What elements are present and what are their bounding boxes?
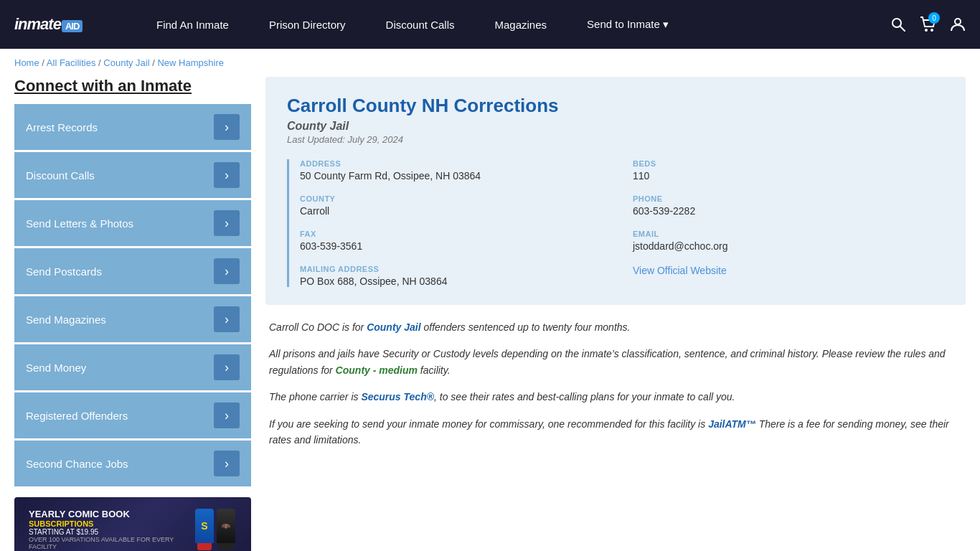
sidebar-item-discount-calls[interactable]: Discount Calls › <box>14 152 251 198</box>
arrow-icon: › <box>214 114 240 140</box>
sidebar-item-label: Send Postcards <box>26 265 102 278</box>
svg-point-2 <box>925 29 928 32</box>
logo[interactable]: inmateAID <box>14 15 115 34</box>
arrow-icon: › <box>214 354 240 380</box>
email-block: EMAIL jstoddard@cchoc.org <box>633 230 944 252</box>
desc-para-2: All prisons and jails have Security or C… <box>269 346 962 378</box>
svg-point-0 <box>892 19 901 27</box>
sidebar-item-registered-offenders[interactable]: Registered Offenders › <box>14 392 251 438</box>
nav-find-inmate[interactable]: Find An Inmate <box>136 0 249 49</box>
facility-info-divider: ADDRESS 50 County Farm Rd, Ossipee, NH 0… <box>287 159 944 287</box>
cart-badge: 0 <box>928 12 940 24</box>
header-icons: 0 <box>891 17 966 32</box>
ad-title-line1: YEARLY COMIC BOOK <box>29 509 179 520</box>
sidebar-item-label: Registered Offenders <box>26 410 128 422</box>
ad-text: YEARLY COMIC BOOK SUBSCRIPTIONS STARTING… <box>22 505 187 551</box>
sidebar-item-send-letters[interactable]: Send Letters & Photos › <box>14 200 251 246</box>
arrow-icon: › <box>214 402 240 428</box>
arrow-icon: › <box>214 210 240 236</box>
main-nav: Find An Inmate Prison Directory Discount… <box>136 0 891 49</box>
desc-para-3: The phone carrier is Securus Tech®, to s… <box>269 389 962 405</box>
sidebar-item-label: Send Money <box>26 362 86 374</box>
breadcrumb-home[interactable]: Home <box>14 57 39 68</box>
mailing-block: MAILING ADDRESS PO Box 688, Ossipee, NH … <box>300 265 611 287</box>
sidebar-item-label: Send Letters & Photos <box>26 217 133 230</box>
address-label: ADDRESS <box>300 159 611 168</box>
facility-type: County Jail <box>287 120 944 133</box>
ad-price: STARTING AT $19.95 <box>29 528 179 536</box>
sidebar-item-arrest-records[interactable]: Arrest Records › <box>14 104 251 150</box>
facility-card: Carroll County NH Corrections County Jai… <box>265 77 966 305</box>
sidebar-item-second-chance-jobs[interactable]: Second Chance Jobs › <box>14 441 251 486</box>
mailing-label: MAILING ADDRESS <box>300 265 611 273</box>
county-medium-link[interactable]: County - medium <box>336 364 418 376</box>
email-value: jstoddard@cchoc.org <box>633 240 944 252</box>
svg-line-1 <box>900 27 905 31</box>
sidebar-menu: Arrest Records › Discount Calls › Send L… <box>14 104 251 486</box>
sidebar-item-send-postcards[interactable]: Send Postcards › <box>14 248 251 294</box>
arrow-icon: › <box>214 258 240 284</box>
main-layout: Connect with an Inmate Arrest Records › … <box>0 77 980 551</box>
facility-info-grid: ADDRESS 50 County Farm Rd, Ossipee, NH 0… <box>300 159 944 287</box>
beds-label: BEDS <box>633 159 944 168</box>
svg-point-3 <box>930 29 933 32</box>
sidebar-item-label: Arrest Records <box>26 121 98 133</box>
mailing-value: PO Box 688, Ossipee, NH 03864 <box>300 276 611 287</box>
desc-para-1: Carroll Co DOC is for County Jail offend… <box>269 319 962 335</box>
phone-value: 603-539-2282 <box>633 205 944 217</box>
breadcrumb-all-facilities[interactable]: All Facilities <box>47 57 96 68</box>
fax-label: FAX <box>300 230 611 238</box>
search-icon <box>891 17 905 32</box>
content-area: Carroll County NH Corrections County Jai… <box>265 77 966 551</box>
county-jail-link[interactable]: County Jail <box>367 321 420 333</box>
breadcrumb-new-hampshire[interactable]: New Hampshire <box>157 57 223 68</box>
phone-block: PHONE 603-539-2282 <box>633 194 944 217</box>
ad-hero-figures: S 🦇 <box>187 509 244 550</box>
nav-send-to-inmate[interactable]: Send to Inmate ▾ <box>567 0 689 49</box>
view-official-website-link[interactable]: View Official Website <box>633 265 727 276</box>
svg-point-4 <box>955 19 961 24</box>
facility-updated: Last Updated: July 29, 2024 <box>287 134 944 145</box>
sidebar: Connect with an Inmate Arrest Records › … <box>14 77 251 551</box>
site-header: inmateAID Find An Inmate Prison Director… <box>0 0 980 49</box>
arrow-icon: › <box>214 451 240 476</box>
sidebar-item-send-magazines[interactable]: Send Magazines › <box>14 296 251 342</box>
beds-value: 110 <box>633 170 944 182</box>
user-button[interactable] <box>950 17 966 32</box>
logo-text: inmateAID <box>14 15 83 34</box>
sidebar-title: Connect with an Inmate <box>14 77 251 95</box>
sidebar-item-send-money[interactable]: Send Money › <box>14 344 251 390</box>
jailatm-link[interactable]: JailATM™ <box>708 418 756 430</box>
website-block: View Official Website <box>633 265 944 287</box>
email-label: EMAIL <box>633 230 944 238</box>
county-label: COUNTY <box>300 194 611 203</box>
ad-banner[interactable]: YEARLY COMIC BOOK SUBSCRIPTIONS STARTING… <box>14 497 251 551</box>
beds-block: BEDS 110 <box>633 159 944 182</box>
securus-tech-link[interactable]: Securus Tech® <box>361 391 434 402</box>
fax-value: 603-539-3561 <box>300 240 611 252</box>
search-button[interactable] <box>891 17 905 32</box>
breadcrumb: Home / All Facilities / County Jail / Ne… <box>0 49 980 77</box>
ad-footer: OVER 100 VARIATIONS AVAILABLE FOR EVERY … <box>29 536 179 550</box>
address-value: 50 County Farm Rd, Ossipee, NH 03864 <box>300 170 611 182</box>
facility-description: Carroll Co DOC is for County Jail offend… <box>265 319 966 448</box>
user-icon <box>950 17 966 32</box>
facility-name: Carroll County NH Corrections <box>287 95 944 117</box>
fax-block: FAX 603-539-3561 <box>300 230 611 252</box>
sidebar-item-label: Second Chance Jobs <box>26 458 128 470</box>
cart-button[interactable]: 0 <box>920 17 936 32</box>
nav-prison-directory[interactable]: Prison Directory <box>249 0 366 49</box>
address-block: ADDRESS 50 County Farm Rd, Ossipee, NH 0… <box>300 159 611 182</box>
arrow-icon: › <box>214 162 240 188</box>
desc-para-4: If you are seeking to send your inmate m… <box>269 416 962 448</box>
ad-subtitle: SUBSCRIPTIONS <box>29 519 179 528</box>
county-value: Carroll <box>300 205 611 217</box>
nav-magazines[interactable]: Magazines <box>474 0 567 49</box>
nav-discount-calls[interactable]: Discount Calls <box>366 0 475 49</box>
county-block: COUNTY Carroll <box>300 194 611 217</box>
sidebar-item-label: Discount Calls <box>26 169 95 182</box>
phone-label: PHONE <box>633 194 944 203</box>
sidebar-item-label: Send Magazines <box>26 314 106 326</box>
arrow-icon: › <box>214 306 240 332</box>
breadcrumb-county-jail[interactable]: County Jail <box>103 57 149 68</box>
